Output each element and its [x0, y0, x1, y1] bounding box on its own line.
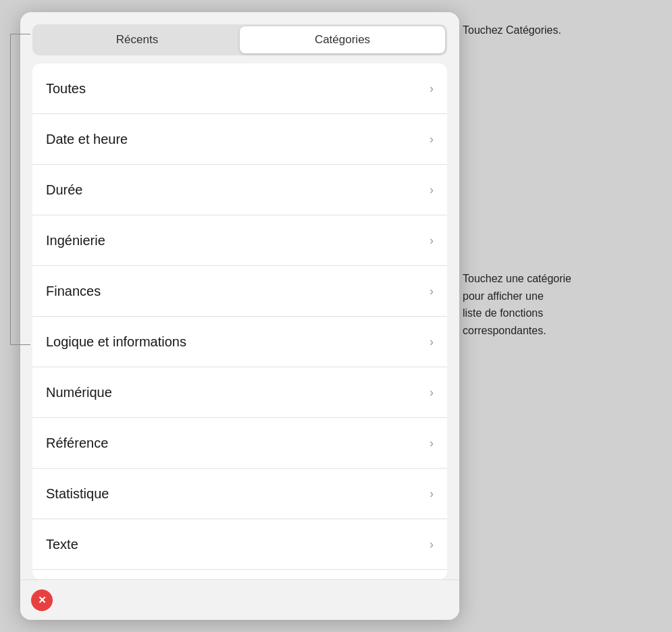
list-item-label-texte: Texte: [46, 537, 78, 552]
annotation-top: Touchez Catégories.: [463, 24, 561, 36]
chevron-icon-toutes: ›: [430, 82, 434, 96]
list-item-duree[interactable]: Durée›: [32, 165, 447, 215]
list-item-reference[interactable]: Référence›: [32, 418, 447, 469]
callout-line-bottom: [10, 344, 30, 345]
list-item-label-statistique: Statistique: [46, 486, 109, 502]
list-item-label-date-et-heure: Date et heure: [46, 132, 128, 147]
list-item-label-logique-et-informations: Logique et informations: [46, 334, 186, 350]
chevron-icon-finances: ›: [430, 284, 434, 298]
chevron-icon-duree: ›: [430, 183, 434, 197]
annotation-middle: Touchez une catégorie pour afficher une …: [463, 270, 571, 339]
list-item-statistique[interactable]: Statistique›: [32, 469, 447, 519]
list-item-numerique[interactable]: Numérique›: [32, 367, 447, 418]
list-item-label-duree: Durée: [46, 182, 82, 198]
chevron-icon-statistique: ›: [430, 487, 434, 501]
list-item-label-ingenierie: Ingénierie: [46, 233, 105, 248]
list-item-label-toutes: Toutes: [46, 81, 86, 97]
list-item-date-et-heure[interactable]: Date et heure›: [32, 114, 447, 165]
list-item-finances[interactable]: Finances›: [32, 266, 447, 317]
chevron-icon-reference: ›: [430, 436, 434, 450]
tab-bar: Récents Catégories: [32, 24, 447, 55]
list-item-label-reference: Référence: [46, 436, 108, 451]
list-item-ingenierie[interactable]: Ingénierie›: [32, 215, 447, 266]
chevron-icon-logique-et-informations: ›: [430, 335, 434, 349]
chevron-icon-numerique: ›: [430, 386, 434, 400]
screen: Récents Catégories Toutes›Date et heure›…: [0, 0, 672, 632]
panel: Récents Catégories Toutes›Date et heure›…: [20, 12, 459, 620]
tab-categories[interactable]: Catégories: [240, 26, 445, 53]
list-item-toutes[interactable]: Toutes›: [32, 63, 447, 114]
tab-recents[interactable]: Récents: [34, 26, 240, 53]
list-item-label-finances: Finances: [46, 284, 101, 299]
close-icon: ✕: [38, 594, 47, 606]
callout-line-vertical: [10, 34, 11, 344]
chevron-icon-date-et-heure: ›: [430, 132, 434, 147]
list-item-texte[interactable]: Texte›: [32, 519, 447, 570]
close-button[interactable]: ✕: [31, 589, 53, 611]
list-item-label-numerique: Numérique: [46, 385, 112, 400]
chevron-icon-ingenierie: ›: [430, 234, 434, 248]
list-item-trigonometrique[interactable]: Trigonométrique›: [32, 570, 447, 579]
bottom-bar: ✕: [20, 579, 459, 620]
categories-list: Toutes›Date et heure›Durée›Ingénierie›Fi…: [32, 63, 447, 579]
list-item-logique-et-informations[interactable]: Logique et informations›: [32, 317, 447, 367]
callout-line-top: [10, 34, 30, 34]
chevron-icon-texte: ›: [430, 537, 434, 552]
annotation-area: Touchez Catégories. Touchez une catégori…: [459, 0, 672, 632]
